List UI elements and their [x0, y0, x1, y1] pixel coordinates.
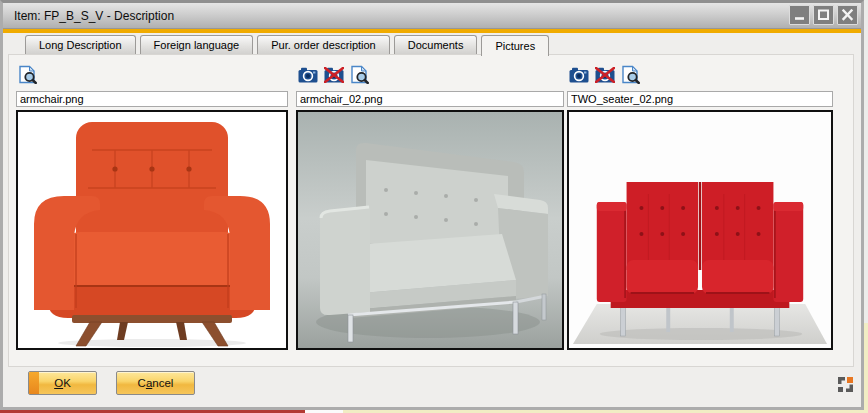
preview-picture-button[interactable] [18, 65, 38, 84]
tab-pictures[interactable]: Pictures [481, 35, 549, 56]
gray-armchair-image [298, 112, 562, 348]
window-title: Item: FP_B_S_V - Description [14, 9, 174, 23]
tab-documents[interactable]: Documents [394, 35, 478, 54]
picture-panel-1 [16, 62, 288, 350]
picture-panel-2 [296, 62, 564, 350]
preview-icon [19, 65, 37, 84]
filename-input-1[interactable] [16, 91, 288, 107]
picture-orange-armchair[interactable] [16, 110, 288, 350]
take-picture-button[interactable] [298, 65, 318, 84]
titlebar[interactable]: Item: FP_B_S_V - Description [3, 3, 861, 29]
background-window-right-edge-yellow [864, 323, 868, 413]
take-picture-button[interactable] [569, 65, 589, 84]
minimize-button[interactable] [789, 5, 810, 25]
preview-icon [622, 65, 640, 84]
picture-panel-3 [567, 62, 833, 350]
delete-picture-icon [595, 67, 615, 83]
filename-input-3[interactable] [567, 91, 833, 107]
cancel-button[interactable]: Cancel [116, 371, 195, 395]
minimize-icon [793, 9, 806, 21]
red-two-seater-image [569, 112, 831, 348]
camera-icon [298, 67, 318, 83]
picture-gray-armchair[interactable] [296, 110, 564, 350]
ok-button-label: OK [54, 377, 71, 389]
preview-picture-button[interactable] [621, 65, 641, 84]
delete-picture-button[interactable] [595, 65, 615, 84]
filename-input-2[interactable] [296, 91, 564, 107]
maximize-button[interactable] [813, 5, 834, 25]
preview-icon [351, 65, 369, 84]
resize-form-icon [836, 375, 854, 393]
cancel-button-label: Cancel [138, 377, 174, 389]
panel-2-toolbar [298, 65, 564, 84]
camera-icon [569, 67, 589, 83]
resize-form-button[interactable] [836, 375, 854, 393]
delete-picture-icon [324, 67, 344, 83]
preview-picture-button[interactable] [350, 65, 370, 84]
orange-armchair-image [18, 112, 286, 348]
panel-1-toolbar [18, 65, 288, 84]
tab-foreign-language[interactable]: Foreign language [140, 35, 254, 54]
tab-pur-order-description[interactable]: Pur. order description [257, 35, 390, 54]
delete-picture-button[interactable] [324, 65, 344, 84]
tab-long-description[interactable]: Long Description [25, 35, 136, 54]
gold-accent-bar [3, 29, 861, 33]
description-dialog: Item: FP_B_S_V - Description Long Descri… [0, 0, 864, 410]
picture-red-two-seater[interactable] [567, 110, 833, 350]
panel-3-toolbar [569, 65, 833, 84]
ok-button[interactable]: OK [28, 371, 97, 395]
close-icon [841, 9, 854, 21]
close-button[interactable] [837, 5, 858, 25]
tab-strip: Long Description Foreign language Pur. o… [25, 35, 549, 56]
maximize-icon [817, 9, 830, 21]
window-controls [789, 5, 858, 25]
